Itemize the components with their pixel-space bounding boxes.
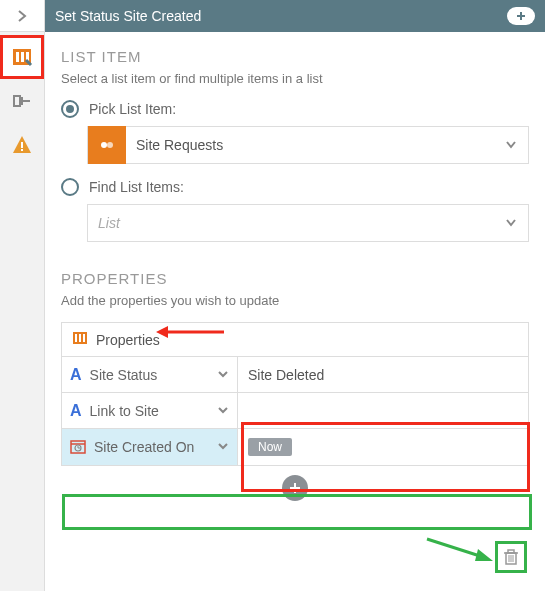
svg-rect-2 [21,52,24,62]
delete-button[interactable] [500,546,522,568]
property-key-select[interactable]: A Site Status [62,357,238,392]
svg-point-12 [107,142,113,148]
panel-title: Set Status Site Created [55,8,201,24]
property-value-text: Site Deleted [248,367,324,383]
pick-list-item-radio[interactable] [61,100,79,118]
find-list-items-select[interactable]: List [87,204,529,242]
property-key-select[interactable]: A Link to Site [62,393,238,428]
find-list-items-placeholder: List [98,215,120,231]
svg-rect-15 [79,334,81,342]
properties-table: Properties A Site Status Site Deleted A [61,322,529,466]
svg-rect-4 [14,96,20,106]
properties-section-title: PROPERTIES [61,270,529,287]
property-key-label: Link to Site [90,403,159,419]
property-row-site-created-on: Site Created On Now [62,429,528,465]
list-tab[interactable] [3,38,41,76]
list-item-subtitle: Select a list item or find multiple item… [61,71,529,86]
pick-list-item-value: Site Requests [126,137,504,153]
pick-list-item-label: Pick List Item: [89,101,176,117]
chevron-down-icon [504,137,518,154]
text-type-icon: A [70,402,82,420]
collapse-panel-button[interactable] [0,0,44,32]
now-chip[interactable]: Now [248,438,292,456]
delete-highlight [495,541,527,573]
text-type-icon: A [70,366,82,384]
properties-icon [72,330,88,349]
list-item-section-title: LIST ITEM [61,48,529,65]
property-row-site-status: A Site Status Site Deleted [62,357,528,393]
svg-rect-1 [16,52,19,62]
property-value-input[interactable]: Now [238,429,528,465]
site-requests-icon [88,126,126,164]
add-action-pill[interactable] [507,7,535,25]
chevron-down-icon [217,403,229,419]
sidebar [0,0,45,591]
chevron-down-icon [217,439,229,455]
svg-point-11 [101,142,107,148]
find-list-items-label: Find List Items: [89,179,184,195]
add-property-button[interactable] [282,475,308,501]
svg-rect-14 [75,334,77,342]
panel-header: Set Status Site Created [45,0,545,32]
form-tab[interactable] [3,82,41,120]
svg-rect-8 [21,149,23,151]
pick-list-item-select[interactable]: Site Requests [87,126,529,164]
property-key-label: Site Created On [94,439,194,455]
properties-subtitle: Add the properties you wish to update [61,293,529,308]
property-value-input[interactable] [238,393,528,428]
properties-header-label: Properties [96,332,160,348]
property-key-label: Site Status [90,367,158,383]
find-list-items-radio[interactable] [61,178,79,196]
chevron-down-icon [504,215,518,232]
property-value-input[interactable]: Site Deleted [238,357,528,392]
svg-rect-26 [508,550,514,553]
property-row-link-to-site: A Link to Site [62,393,528,429]
date-type-icon [70,438,86,457]
properties-table-header: Properties [62,323,528,357]
warning-tab[interactable] [3,126,41,164]
svg-rect-7 [21,142,23,148]
chevron-down-icon [217,367,229,383]
property-key-select[interactable]: Site Created On [62,429,238,465]
svg-rect-16 [83,334,85,342]
